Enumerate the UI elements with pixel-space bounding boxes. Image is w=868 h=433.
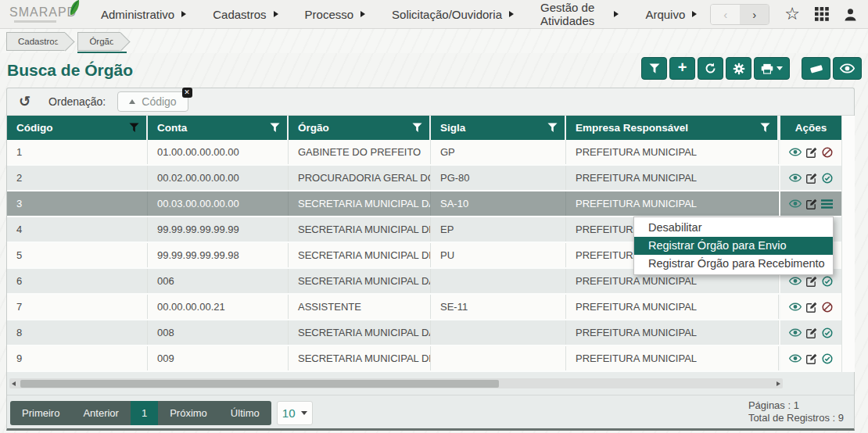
scroll-right-arrow-icon[interactable] [777,381,780,386]
filter-icon[interactable] [760,123,770,133]
printer-icon [761,63,773,74]
next-page-button[interactable]: Próximo [158,401,219,425]
menu-item-administrativo[interactable]: Administrativo [88,0,199,28]
menu-item-label: Processo [305,8,354,21]
breadcrumb: Cadastros Órgão [0,29,868,53]
menu-item-gestao-de-atividades[interactable]: Gestão de Atividades [527,0,632,28]
horizontal-scrollbar[interactable] [9,378,783,388]
cell-sigla [431,346,566,370]
disabled-status-icon[interactable] [822,302,833,313]
table-row[interactable]: 8 008 SECRETARIA MUNICIPAL DA... PREFEIT… [7,320,841,346]
menu-item-cadastros[interactable]: Cadastros [199,0,291,28]
logo-tagline [14,20,56,23]
column-header-orgao[interactable]: Órgão [289,116,431,140]
funnel-icon [649,63,660,74]
active-crumb-underline [77,52,127,53]
view-icon[interactable] [789,199,802,208]
gear-icon [733,63,745,75]
edit-icon[interactable] [806,173,817,184]
cell-acoes [779,140,841,164]
cell-codigo: 4 [7,217,148,242]
cell-orgao: SECRETARIA MUNICIPAL DE... [289,243,431,267]
view-icon[interactable] [789,328,802,337]
row-actions-menu-icon[interactable] [821,199,833,209]
enabled-status-icon[interactable] [822,173,833,184]
edit-icon[interactable] [806,276,817,287]
apps-grid-icon[interactable] [815,7,829,21]
sort-asc-icon [129,99,135,104]
table-row[interactable]: 7 00.00.00.00.21 ASSISTENTE SE-11 PREFEI… [7,295,841,320]
menu-item-arquivo[interactable]: Arquivo [632,0,710,28]
edit-icon[interactable] [806,353,817,364]
cell-orgao: PROCURADORIA GERAL DO... [289,166,431,190]
column-header-empresa-responsavel[interactable]: Empresa Responsável [566,116,779,140]
user-profile-icon[interactable] [844,8,857,21]
scroll-left-arrow-icon[interactable] [12,381,16,386]
table-header: Código Conta Órgão Sigla Empresa Respons… [7,116,841,140]
view-columns-button[interactable] [833,57,862,80]
menu-item-registrar-orgao-para-envio[interactable]: Registrar Órgão para Envio [634,237,833,255]
edit-icon[interactable] [806,302,817,313]
enabled-status-icon[interactable] [822,276,833,287]
last-page-button[interactable]: Último [219,401,271,425]
table-row[interactable]: 1 01.00.00.00.00.00 GABINETE DO PREFEITO… [7,140,841,166]
sort-bar: ↺ Ordenação: Código ✕ [7,88,854,116]
sort-chip-codigo[interactable]: Código ✕ [117,91,188,112]
settings-button[interactable] [726,57,751,80]
scrollbar-thumb[interactable] [20,380,499,388]
view-icon[interactable] [789,174,802,182]
disabled-status-icon[interactable] [822,147,833,158]
edit-icon[interactable] [806,327,817,338]
history-nav-group: ‹ › [710,4,769,25]
chevron-left-icon: ‹ [723,8,727,21]
edit-icon[interactable] [806,199,817,209]
print-button[interactable] [754,57,790,80]
page-size-select[interactable]: 10 [277,401,313,425]
clear-filters-button[interactable] [802,57,830,80]
current-page-button[interactable]: 1 [131,401,158,425]
filter-icon[interactable] [412,123,422,133]
enabled-status-icon[interactable] [822,327,833,338]
menu-item-solicitacao-ouvidoria[interactable]: Solicitação/Ouvidoria [378,0,527,28]
enabled-status-icon[interactable] [822,353,833,364]
filter-icon[interactable] [270,123,280,133]
cell-sigla: PU [431,243,566,267]
cell-codigo: 5 [7,243,148,267]
column-header-conta[interactable]: Conta [148,116,289,140]
cell-conta: 008 [148,320,289,345]
menu-item-processo[interactable]: Processo [292,0,379,28]
filter-icon-active[interactable] [129,123,139,133]
add-button[interactable]: + [669,57,695,80]
table-row[interactable]: 2 00.02.00.00.00.00 PROCURADORIA GERAL D… [7,166,841,191]
plus-icon: + [678,59,687,77]
edit-icon[interactable] [806,147,817,158]
favorite-star-icon[interactable]: ☆ [784,6,800,22]
view-icon[interactable] [789,302,802,311]
previous-page-button[interactable]: Anterior [71,401,131,425]
menu-item-label: Gestão de Atividades [540,1,607,27]
view-icon[interactable] [789,148,802,156]
cell-codigo: 6 [7,269,148,293]
view-icon[interactable] [789,277,802,285]
remove-sort-icon[interactable]: ✕ [182,88,192,98]
refresh-button[interactable] [698,57,723,80]
breadcrumb-item-orgao[interactable]: Órgão [77,32,120,51]
column-header-codigo[interactable]: Código [7,116,148,140]
table-row[interactable]: 9 009 SECRETARIA MUNICIPAL DE... PREFEIT… [7,346,841,372]
breadcrumb-item-cadastros[interactable]: Cadastros [6,32,65,51]
sort-label: Ordenação: [48,95,106,108]
submenu-arrow-icon [614,11,619,17]
table-row-selected[interactable]: 3 00.03.00.00.00.00 SECRETARIA MUNICIPAL… [7,191,841,217]
forward-button[interactable]: › [740,5,769,24]
reset-sort-icon[interactable]: ↺ [19,93,30,110]
page-size-value: 10 [282,406,296,420]
menu-item-desabilitar[interactable]: Desabilitar [634,219,833,237]
view-icon[interactable] [789,354,802,363]
back-button[interactable]: ‹ [711,5,740,24]
menu-item-registrar-orgao-para-recebimento[interactable]: Registrar Órgão para Recebimento [634,255,833,273]
first-page-button[interactable]: Primeiro [10,401,71,425]
filter-icon[interactable] [547,123,558,133]
column-header-sigla[interactable]: Sigla [431,116,566,140]
filter-button[interactable] [641,57,667,80]
dropdown-caret-icon [777,66,783,70]
